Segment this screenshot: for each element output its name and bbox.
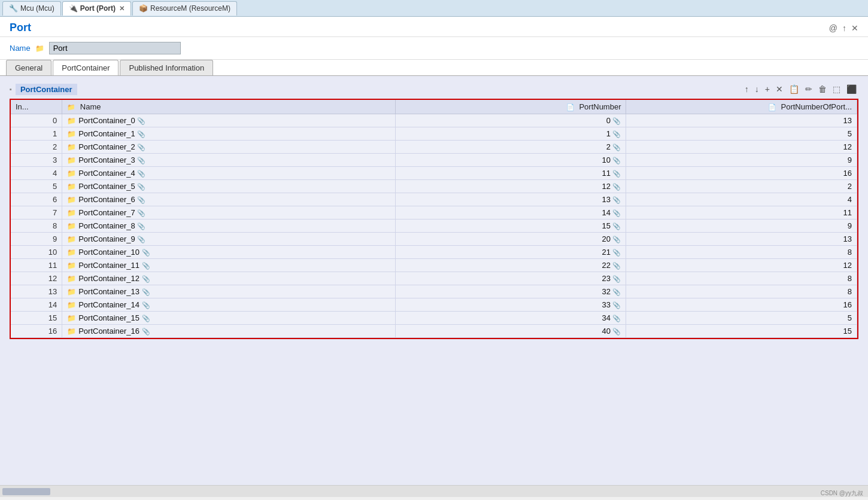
row-folder-icon: 📁 xyxy=(67,169,76,178)
cell-link-icon: 📎 xyxy=(137,117,145,124)
cell-portnumber: 23 📎 xyxy=(395,272,626,285)
cell-portnumberofport: 16 xyxy=(626,298,857,312)
cell-link-icon: 📎 xyxy=(137,157,145,164)
toolbar-copy-icon[interactable]: 📋 xyxy=(787,83,801,95)
page-title: Port xyxy=(10,22,31,34)
table-row[interactable]: 2 📁PortContainer_2 📎 2 📎 12 xyxy=(11,141,857,154)
tab-mcu[interactable]: 🔧 Mcu (Mcu) xyxy=(2,1,61,16)
cell-index: 4 xyxy=(11,167,62,180)
table-row[interactable]: 9 📁PortContainer_9 📎 20 📎 13 xyxy=(11,233,857,246)
cell-portnumber-icon: 📎 xyxy=(612,249,621,256)
cell-portnumber-icon: 📎 xyxy=(612,196,621,203)
at-icon[interactable]: @ xyxy=(829,23,837,33)
col-portnumberofport: 📄 PortNumberOfPort... xyxy=(626,100,857,114)
cell-portnumber: 11 📎 xyxy=(395,167,626,180)
table-row[interactable]: 4 📁PortContainer_4 📎 11 📎 16 xyxy=(11,167,857,180)
row-folder-icon: 📁 xyxy=(67,248,76,257)
mcu-tab-icon: 🔧 xyxy=(9,4,18,13)
table-row[interactable]: 13 📁PortContainer_13 📎 32 📎 8 xyxy=(11,285,857,298)
section-title: ▪ PortContainer xyxy=(10,84,77,95)
cell-portnumber-icon: 📎 xyxy=(612,275,621,282)
toolbar-remove-icon[interactable]: 🗑 xyxy=(817,83,828,95)
tab-port-close[interactable]: ✕ xyxy=(119,5,125,13)
cell-name: 📁PortContainer_4 📎 xyxy=(62,167,396,180)
table-section: ▪ PortContainer ↑ ↓ + ✕ 📋 ✏ 🗑 ⬚ ⬛ xyxy=(10,83,858,339)
cell-portnumber-icon: 📎 xyxy=(612,222,621,230)
table-row[interactable]: 5 📁PortContainer_5 📎 12 📎 2 xyxy=(11,180,857,193)
cell-link-icon: 📎 xyxy=(142,275,150,282)
cell-portnumberofport: 4 xyxy=(626,193,857,206)
cell-portnumberofport: 9 xyxy=(626,219,857,233)
table-row[interactable]: 14 📁PortContainer_14 📎 33 📎 16 xyxy=(11,298,857,312)
tab-general[interactable]: General xyxy=(6,60,51,75)
cell-name: 📁PortContainer_1 📎 xyxy=(62,127,396,141)
name-folder-icon: 📁 xyxy=(35,44,44,53)
cell-portnumber: 32 📎 xyxy=(395,285,626,298)
table-row[interactable]: 8 📁PortContainer_8 📎 15 📎 9 xyxy=(11,219,857,233)
cell-index: 6 xyxy=(11,193,62,206)
cell-link-icon: 📎 xyxy=(142,249,150,256)
cell-portnumber: 40 📎 xyxy=(395,325,626,338)
up-icon[interactable]: ↑ xyxy=(842,23,846,33)
section-title-icon: ▪ xyxy=(10,86,12,93)
table-row[interactable]: 7 📁PortContainer_7 📎 14 📎 11 xyxy=(11,206,857,219)
cell-index: 3 xyxy=(11,154,62,167)
table-row[interactable]: 10 📁PortContainer_10 📎 21 📎 8 xyxy=(11,246,857,259)
cell-portnumber: 1 📎 xyxy=(395,127,626,141)
cell-index: 2 xyxy=(11,141,62,154)
table-row[interactable]: 12 📁PortContainer_12 📎 23 📎 8 xyxy=(11,272,857,285)
table-row[interactable]: 15 📁PortContainer_15 📎 34 📎 5 xyxy=(11,312,857,325)
table-row[interactable]: 0 📁PortContainer_0 📎 0 📎 13 xyxy=(11,114,857,127)
cell-portnumber-icon: 📎 xyxy=(612,209,621,217)
name-input[interactable] xyxy=(49,42,181,54)
cell-link-icon: 📎 xyxy=(137,209,145,217)
bottom-scrollbar[interactable] xyxy=(0,485,868,497)
cell-index: 0 xyxy=(11,114,62,127)
toolbar: ↑ ↓ + ✕ 📋 ✏ 🗑 ⬚ ⬛ xyxy=(743,83,858,95)
cell-portnumber: 33 📎 xyxy=(395,298,626,312)
cell-portnumber: 14 📎 xyxy=(395,206,626,219)
cell-portnumberofport: 12 xyxy=(626,259,857,272)
cell-index: 1 xyxy=(11,127,62,141)
tab-resourcem[interactable]: 📦 ResourceM (ResourceM) xyxy=(132,1,237,16)
toolbar-grid1-icon[interactable]: ⬚ xyxy=(831,83,842,95)
cell-portnumber-icon: 📎 xyxy=(612,183,621,190)
cell-link-icon: 📎 xyxy=(142,288,150,295)
name-label: Name xyxy=(10,44,31,53)
col-index: In... xyxy=(11,100,62,114)
cell-link-icon: 📎 xyxy=(142,328,150,335)
tab-portcontainer[interactable]: PortContainer xyxy=(53,60,119,75)
scrollbar-thumb[interactable] xyxy=(2,488,50,495)
cell-name: 📁PortContainer_8 📎 xyxy=(62,219,396,233)
col-portnumberofport-label: PortNumberOfPort... xyxy=(781,102,852,111)
cell-name: 📁PortContainer_14 📎 xyxy=(62,298,396,312)
row-folder-icon: 📁 xyxy=(67,235,76,243)
row-folder-icon: 📁 xyxy=(67,196,76,204)
cell-portnumberofport: 12 xyxy=(626,141,857,154)
row-folder-icon: 📁 xyxy=(67,156,76,164)
tab-portcontainer-label: PortContainer xyxy=(62,63,110,72)
toolbar-up-icon[interactable]: ↑ xyxy=(743,83,751,95)
cell-portnumber-icon: 📎 xyxy=(612,157,621,164)
toolbar-down-icon[interactable]: ↓ xyxy=(753,83,761,95)
table-row[interactable]: 11 📁PortContainer_11 📎 22 📎 12 xyxy=(11,259,857,272)
tab-port-label: Port (Port) xyxy=(80,4,116,13)
section-header: ▪ PortContainer ↑ ↓ + ✕ 📋 ✏ 🗑 ⬚ ⬛ xyxy=(10,83,858,95)
tab-published-information[interactable]: Published Information xyxy=(120,60,213,75)
toolbar-delete-icon[interactable]: ✕ xyxy=(774,83,785,95)
cell-portnumber-icon: 📎 xyxy=(612,315,621,322)
cell-portnumberofport: 13 xyxy=(626,114,857,127)
table-row[interactable]: 6 📁PortContainer_6 📎 13 📎 4 xyxy=(11,193,857,206)
cell-portnumber: 10 📎 xyxy=(395,154,626,167)
row-folder-icon: 📁 xyxy=(67,288,76,296)
close-icon[interactable]: ✕ xyxy=(851,23,858,33)
table-row[interactable]: 1 📁PortContainer_1 📎 1 📎 5 xyxy=(11,127,857,141)
toolbar-add-icon[interactable]: + xyxy=(763,83,772,95)
cell-portnumber-icon: 📎 xyxy=(612,144,621,151)
name-row: Name 📁 xyxy=(0,37,868,60)
table-row[interactable]: 16 📁PortContainer_16 📎 40 📎 15 xyxy=(11,325,857,338)
toolbar-edit-icon[interactable]: ✏ xyxy=(803,83,814,95)
tab-port[interactable]: 🔌 Port (Port) ✕ xyxy=(62,1,131,16)
toolbar-grid2-icon[interactable]: ⬛ xyxy=(845,83,858,95)
table-row[interactable]: 3 📁PortContainer_3 📎 10 📎 9 xyxy=(11,154,857,167)
